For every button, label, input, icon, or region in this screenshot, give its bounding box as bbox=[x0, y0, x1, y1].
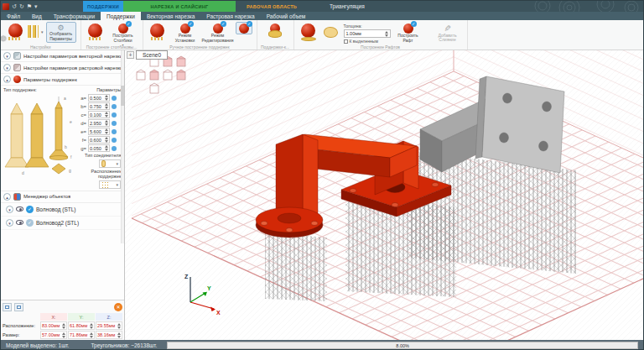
visibility-eye-icon[interactable] bbox=[16, 206, 23, 212]
ribbon-group-pillar-supports: ✓ Построить Столбики ▾ Построение столби… bbox=[81, 20, 143, 50]
visibility-eye-icon[interactable] bbox=[16, 220, 23, 225]
qat-dropdown-icon[interactable]: ▾ bbox=[34, 3, 38, 10]
spinner[interactable] bbox=[105, 112, 108, 118]
support-parameters-icon bbox=[13, 76, 21, 83]
build-raft-button[interactable]: ✓ Построить Рафт bbox=[393, 22, 423, 44]
spinner[interactable] bbox=[90, 323, 93, 329]
size-x-input[interactable]: 57.00мм bbox=[40, 331, 67, 339]
manual-toggle-button[interactable]: ✓ bbox=[236, 22, 252, 34]
apply-to-selected-checkbox[interactable]: К выделенным bbox=[344, 39, 391, 44]
spinner[interactable] bbox=[105, 137, 108, 143]
add-scene-button[interactable]: + bbox=[127, 51, 134, 59]
raft-blob-icon[interactable] bbox=[321, 22, 341, 38]
size-z-input[interactable]: 38.16мм bbox=[96, 331, 122, 339]
panel-support-parameters[interactable]: ▴ Параметры поддержек bbox=[1, 74, 124, 86]
center-object-button[interactable] bbox=[14, 303, 23, 311]
panel-raster-slicing-settings[interactable]: ▾ Настройки параметров растровой нарезки bbox=[1, 62, 124, 74]
scene-tab[interactable]: Scene0 bbox=[136, 50, 168, 60]
chevron-up-icon[interactable]: ▴ bbox=[3, 76, 11, 83]
support-layout-dropdown[interactable]: ▾ bbox=[99, 180, 121, 189]
param-input[interactable]: 0.750 bbox=[88, 102, 110, 110]
window-title: Триангуляция bbox=[330, 1, 365, 12]
panel-object-manager[interactable]: ▴ Менеджер объектов bbox=[1, 191, 124, 203]
chevron-down-icon[interactable]: ▾ bbox=[3, 64, 11, 71]
param-input[interactable]: 0.100 bbox=[88, 111, 110, 118]
spinner[interactable] bbox=[105, 128, 108, 134]
fit-bounds-button[interactable] bbox=[3, 303, 12, 311]
spinner[interactable] bbox=[105, 120, 108, 126]
chevron-up-icon[interactable]: ▴ bbox=[3, 193, 11, 201]
spinner[interactable] bbox=[105, 95, 108, 101]
support-settings-icon[interactable]: ⚙ bbox=[5, 22, 25, 40]
info-icon bbox=[112, 146, 117, 151]
edit-mode-button[interactable]: ✓ Режим Редактирования bbox=[203, 22, 233, 44]
chevron-down-icon: ▾ bbox=[116, 182, 118, 187]
param-input[interactable]: 5.600 bbox=[88, 128, 110, 135]
pillars-icon[interactable] bbox=[28, 22, 39, 38]
chevron-down-icon[interactable]: ▾ bbox=[6, 219, 13, 227]
viewport-canvas[interactable]: Z X Y bbox=[125, 50, 643, 340]
panel-vector-slicing-settings[interactable]: ▾ Настройки параметров векторной нарезки bbox=[1, 50, 124, 62]
svg-text:g: g bbox=[69, 168, 71, 173]
undo-icon[interactable]: ↺ bbox=[12, 3, 17, 10]
support-type-preview[interactable]: a e b f d g bbox=[3, 93, 77, 180]
spinner[interactable] bbox=[105, 103, 108, 109]
tab-raster-slicing[interactable]: Растровая нарезка bbox=[200, 12, 260, 20]
info-icon bbox=[112, 96, 117, 101]
redo-icon[interactable]: ↻ bbox=[19, 3, 24, 10]
transform-panel: ✕ X: Y: Z: Расположение: 83.00мм 61.80мм… bbox=[1, 300, 124, 340]
spinner[interactable] bbox=[90, 332, 93, 338]
param-row-f: f= 0.600 bbox=[79, 136, 122, 144]
param-input[interactable]: 0.050 bbox=[88, 144, 110, 152]
build-raft-label: Построить Рафт bbox=[394, 34, 423, 44]
flag-icon[interactable]: ⚑ bbox=[27, 3, 32, 10]
spinner[interactable] bbox=[62, 323, 65, 329]
tab-vector-slicing[interactable]: Векторная нарезка bbox=[141, 12, 200, 20]
param-input[interactable]: 2.950 bbox=[88, 119, 110, 127]
svg-text:e: e bbox=[70, 119, 72, 124]
gear-icon: ⚙ bbox=[0, 34, 7, 43]
sidebar-scrollbar[interactable] bbox=[121, 50, 124, 243]
position-y-input[interactable]: 61.80мм bbox=[68, 321, 95, 330]
spinner[interactable] bbox=[62, 332, 65, 338]
supports-cylinder-icon[interactable] bbox=[265, 22, 285, 38]
pillars-dropdown-icon[interactable]: ▾ bbox=[41, 29, 44, 34]
pillar-supports-icon[interactable] bbox=[86, 22, 106, 40]
param-row-a: a= 0.500 bbox=[79, 94, 122, 102]
tab-work-volume[interactable]: Рабочий объем bbox=[261, 12, 312, 20]
spinner[interactable] bbox=[117, 323, 121, 329]
object-row-waveguide2[interactable]: ▾ ✓ Волновод2 (STL) bbox=[1, 217, 124, 230]
connector-type-dropdown[interactable]: ▾ bbox=[99, 159, 121, 168]
ribbon-empty-space bbox=[468, 20, 643, 50]
support-parameters-body: Тип поддержек: bbox=[1, 86, 124, 191]
thickness-input[interactable]: 1.00мм bbox=[344, 29, 391, 38]
tab-supports[interactable]: Поддержки bbox=[101, 12, 141, 20]
tab-view[interactable]: Вид bbox=[26, 12, 48, 20]
placement-mode-button[interactable]: ✓ Режим Установки bbox=[170, 22, 200, 44]
spinner[interactable] bbox=[105, 145, 108, 151]
thickness-spinner[interactable] bbox=[385, 31, 388, 37]
position-x-input[interactable]: 83.00мм bbox=[40, 321, 67, 330]
manual-supports-icon[interactable] bbox=[148, 22, 168, 40]
app-logo-icon[interactable] bbox=[3, 3, 9, 10]
tab-transform[interactable]: Трансформации bbox=[48, 12, 101, 20]
param-input[interactable]: 0.600 bbox=[88, 136, 110, 144]
reset-transform-button[interactable]: ✕ bbox=[114, 303, 122, 311]
info-icon bbox=[112, 129, 117, 134]
size-y-input[interactable]: 71.86мм bbox=[68, 331, 95, 339]
tab-file[interactable]: Файл bbox=[1, 12, 26, 20]
raft-disc-icon[interactable] bbox=[299, 22, 319, 41]
show-parameters-button[interactable]: ⚙ Отобразить Параметры bbox=[46, 22, 76, 43]
y-axis-label: Y bbox=[207, 285, 211, 291]
chevron-down-icon[interactable]: ▾ bbox=[3, 52, 11, 60]
selected-check-icon[interactable]: ✓ bbox=[26, 206, 34, 213]
viewport[interactable]: Z X Y + Scene0 bbox=[125, 50, 643, 340]
position-z-input[interactable]: 29.55мм bbox=[96, 321, 122, 330]
unselected-check-icon[interactable]: ✓ bbox=[26, 219, 34, 227]
object-row-waveguide[interactable]: ▾ ✓ Волновод (STL) bbox=[1, 203, 124, 217]
add-merge-button[interactable]: ✎ Добавить Слияние bbox=[433, 22, 463, 44]
chevron-down-icon[interactable]: ▾ bbox=[6, 206, 13, 213]
context-group-workspace: РАБОЧАЯ ОБЛАСТЬ bbox=[236, 1, 308, 12]
param-input[interactable]: 0.500 bbox=[88, 94, 110, 102]
spinner[interactable] bbox=[117, 332, 121, 338]
